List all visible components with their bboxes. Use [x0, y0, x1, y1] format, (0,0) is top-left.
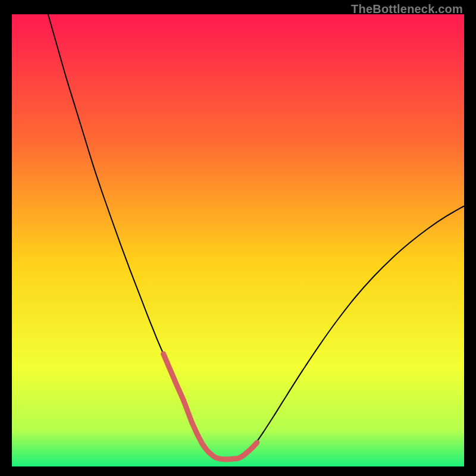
bottleneck-chart: [12, 14, 464, 466]
chart-frame: TheBottleneck.com: [0, 0, 476, 476]
gradient-background: [12, 14, 464, 466]
chart-plot-area: [12, 14, 464, 466]
